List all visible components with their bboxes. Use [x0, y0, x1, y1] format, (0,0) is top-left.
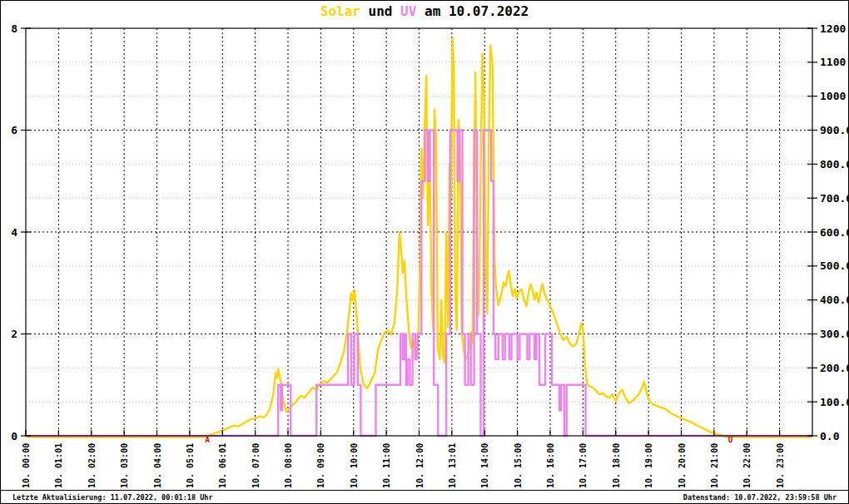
sun-marker-U: U — [728, 436, 732, 444]
solar-uv-chart-page: 10. 00:0010. 01:0110. 02:0010. 03:0010. … — [0, 0, 849, 504]
x-tick-label: 10. 21:00 — [710, 443, 719, 488]
x-tick-label: 10. 22:00 — [742, 443, 752, 488]
footer-data-state: Datenstand: 10.07.2022, 23:59:58 Uhr — [683, 493, 837, 502]
sun-marker-A: A — [205, 436, 210, 444]
x-tick-label: 10. 10:00 — [350, 443, 359, 488]
x-tick-label: 10. 11:00 — [382, 443, 391, 488]
y-right-tick-label: 1200.0 — [820, 22, 848, 35]
y-left-tick-label: 4 — [11, 226, 17, 239]
x-tick-label: 10. 00:00 — [22, 443, 31, 488]
y-right-tick-label: 900.0 — [820, 124, 848, 136]
x-tick-label: 10. 02:00 — [87, 443, 97, 488]
x-tick-label: 10. 17:00 — [578, 443, 588, 488]
x-tick-label: 10. 03:00 — [120, 443, 129, 488]
y-right-tick-label: 1100.0 — [820, 56, 848, 68]
y-left-tick-label: 8 — [11, 22, 17, 35]
x-tick-label: 10. 08:00 — [284, 443, 293, 488]
x-tick-label: 10. 13:01 — [448, 443, 457, 488]
y-right-tick-label: 800.0 — [820, 158, 848, 170]
footer-last-update: Letzte Aktualisierung: 11.07.2022, 00:01… — [12, 493, 213, 502]
x-tick-label: 10. 23:00 — [776, 443, 785, 488]
x-tick-label: 10. 19:00 — [644, 443, 653, 488]
chart-canvas: 10. 00:0010. 01:0110. 02:0010. 03:0010. … — [1, 1, 848, 503]
x-tick-label: 10. 06:01 — [218, 443, 227, 488]
chart-title: Solar und UV am 10.07.2022 — [1, 3, 848, 19]
y-left-tick-label: 2 — [11, 328, 17, 340]
x-tick-label: 10. 14:00 — [480, 443, 489, 488]
x-tick-label: 10. 01:01 — [54, 443, 63, 488]
y-right-tick-label: 500.0 — [820, 259, 848, 272]
y-right-tick-label: 300.0 — [820, 328, 848, 340]
x-tick-label: 10. 15:00 — [514, 443, 523, 488]
y-right-tick-label: 1000.0 — [820, 90, 848, 102]
y-right-tick-label: 100.0 — [820, 396, 848, 408]
x-tick-label: 10. 05:01 — [186, 443, 195, 488]
x-axis-labels: 10. 00:0010. 01:0110. 02:0010. 03:0010. … — [22, 430, 785, 488]
y-left-tick-label: 6 — [11, 124, 17, 136]
y-left-labels: 02468 — [11, 22, 31, 442]
y-left-tick-label: 0 — [11, 430, 17, 442]
x-tick-label: 10. 07:00 — [251, 443, 261, 488]
title-und-word: und — [360, 3, 400, 19]
y-right-tick-label: 700.0 — [820, 192, 848, 205]
y-right-tick-label: 600.0 — [820, 226, 848, 239]
x-tick-label: 10. 20:00 — [678, 443, 687, 488]
title-uv-word: UV — [400, 3, 416, 19]
y-right-tick-label: 400.0 — [820, 294, 848, 306]
y-right-tick-label: 0.0 — [820, 430, 840, 442]
x-tick-label: 10. 04:00 — [153, 443, 162, 488]
x-tick-label: 10. 18:00 — [612, 443, 621, 488]
x-tick-label: 10. 09:00 — [316, 443, 325, 488]
x-tick-label: 10. 12:00 — [415, 443, 424, 488]
y-right-tick-label: 200.0 — [820, 362, 848, 374]
title-solar-word: Solar — [320, 3, 360, 19]
sun-markers: AU — [205, 436, 732, 444]
title-date-text: am 10.07.2022 — [416, 3, 529, 19]
x-tick-label: 10. 16:00 — [546, 443, 555, 488]
footer-divider — [1, 490, 848, 491]
y-right-labels: 0.0100.0200.0300.0400.0500.0600.0700.080… — [807, 22, 848, 442]
